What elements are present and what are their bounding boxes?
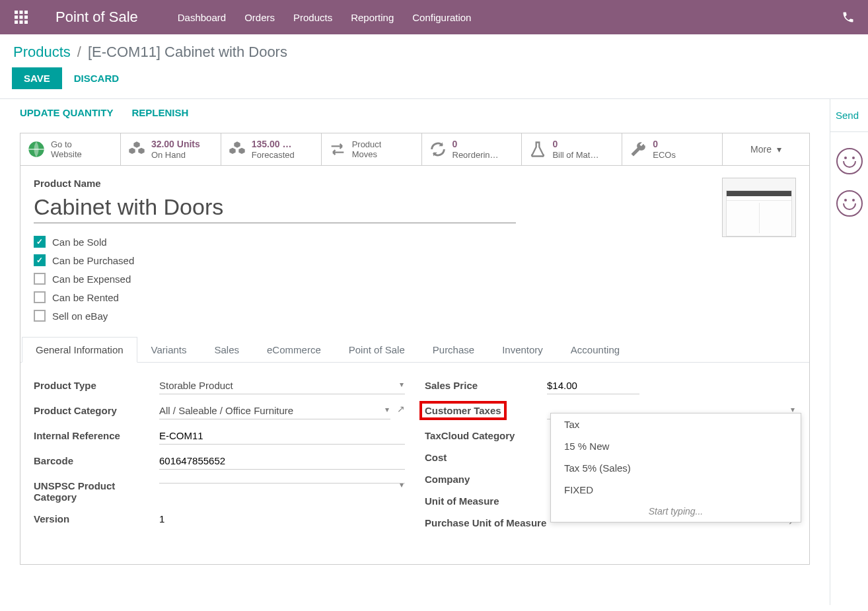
form-grid: Product Type Storable Product Product Ca… (20, 363, 809, 564)
tab-variants[interactable]: Variants (137, 337, 201, 363)
dropdown-option[interactable]: FIXED (551, 479, 801, 501)
checkbox-label: Can be Expensed (52, 273, 131, 285)
arrows-icon (328, 140, 347, 159)
select-product-category[interactable]: All / Saleable / Office Furniture (159, 404, 390, 419)
save-button[interactable]: SAVE (12, 67, 62, 89)
tabs: General Information Variants Sales eComm… (20, 337, 809, 363)
nav-orders[interactable]: Orders (244, 12, 275, 23)
tab-general-information[interactable]: General Information (22, 337, 137, 363)
nav-products[interactable]: Products (293, 12, 332, 23)
stat-reordering[interactable]: 0Reorderin… (422, 133, 523, 165)
stat-buttons: Go toWebsite 32.00 UnitsOn Hand 135.00 …… (20, 133, 809, 166)
stat-more[interactable]: More ▾ (723, 133, 809, 165)
checkbox-can-be-sold[interactable] (34, 236, 46, 248)
label-product-type: Product Type (34, 378, 159, 391)
boxes-icon (228, 140, 246, 159)
flask-icon (528, 140, 547, 159)
nav-menu: Dashboard Orders Products Reporting Conf… (178, 12, 472, 23)
svg-rect-3 (15, 16, 18, 19)
smile-icon[interactable] (836, 148, 863, 174)
svg-rect-1 (20, 11, 23, 14)
discard-button[interactable]: DISCARD (74, 73, 119, 84)
product-name-input[interactable] (34, 192, 516, 223)
dropdown-search-hint[interactable]: Start typing... (551, 501, 801, 522)
breadcrumb-parent[interactable]: Products (13, 44, 71, 61)
form-sheet: Go toWebsite 32.00 UnitsOn Hand 135.00 …… (20, 133, 810, 565)
stat-product-moves[interactable]: ProductMoves (322, 133, 422, 165)
stat-bom[interactable]: 0Bill of Mat… (522, 133, 622, 165)
checkbox-can-be-purchased[interactable] (34, 254, 46, 266)
content-scroll[interactable]: UPDATE QUANTITY REPLENISH Go toWebsite 3… (0, 99, 830, 605)
boxes-icon (127, 140, 146, 159)
label-taxcloud: TaxCloud Category (425, 429, 547, 441)
label-product-category: Product Category (34, 404, 159, 416)
svg-rect-8 (24, 20, 28, 24)
label-internal-reference: Internal Reference (34, 429, 159, 441)
action-row: SAVE DISCARD (0, 67, 868, 98)
chatter-sidebar: Send (830, 99, 868, 605)
phone-icon[interactable] (842, 11, 855, 24)
refresh-icon (429, 140, 447, 159)
checkbox-list: Can be Sold Can be Purchased Can be Expe… (20, 230, 809, 337)
label-company: Company (425, 472, 547, 485)
input-barcode[interactable] (159, 454, 405, 470)
tab-sales[interactable]: Sales (201, 337, 254, 363)
checkbox-sell-on-ebay[interactable] (34, 310, 46, 322)
smile-icon[interactable] (836, 190, 863, 217)
replenish-button[interactable]: REPLENISH (131, 107, 188, 118)
tab-ecommerce[interactable]: eCommerce (253, 337, 335, 363)
stat-website[interactable]: Go toWebsite (20, 133, 121, 165)
stat-on-hand[interactable]: 32.00 UnitsOn Hand (121, 133, 221, 165)
label-version: Version (34, 512, 159, 524)
label-unspsc: UNSPSC Product Category (34, 479, 159, 503)
tab-point-of-sale[interactable]: Point of Sale (335, 337, 419, 363)
svg-rect-2 (24, 11, 28, 14)
product-image[interactable] (722, 178, 796, 237)
breadcrumb-separator: / (77, 44, 81, 61)
label-barcode: Barcode (34, 454, 159, 466)
wrench-icon (629, 140, 647, 159)
select-unspsc[interactable] (159, 479, 405, 484)
tab-inventory[interactable]: Inventory (488, 337, 557, 363)
checkbox-label: Sell on eBay (52, 310, 108, 322)
checkbox-can-be-rented[interactable] (34, 291, 46, 303)
chevron-down-icon: ▾ (777, 144, 781, 155)
apps-icon[interactable] (13, 9, 29, 25)
right-column: Sales Price Customer Taxes ▾ TaxCloud Ca… (425, 378, 796, 538)
breadcrumb-current: [E-COM11] Cabinet with Doors (88, 44, 287, 61)
input-sales-price[interactable] (547, 378, 639, 394)
send-message-button[interactable]: Send (830, 106, 868, 125)
dropdown-option[interactable]: Tax (551, 413, 801, 435)
checkbox-can-be-expensed[interactable] (34, 273, 46, 285)
left-column: Product Type Storable Product Product Ca… (34, 378, 405, 538)
svg-rect-4 (20, 16, 23, 19)
external-link-icon[interactable]: ↗ (397, 404, 405, 414)
nav-dashboard[interactable]: Dashboard (178, 12, 226, 23)
label-customer-taxes: Customer Taxes (425, 404, 547, 416)
label-purchase-uom: Purchase Unit of Measure (425, 516, 547, 528)
select-product-type[interactable]: Storable Product (159, 378, 405, 394)
dropdown-option[interactable]: Tax 5% (Sales) (551, 457, 801, 479)
globe-icon (27, 140, 46, 159)
nav-configuration[interactable]: Configuration (412, 12, 471, 23)
svg-rect-6 (15, 20, 18, 24)
tab-purchase[interactable]: Purchase (419, 337, 488, 363)
app-title[interactable]: Point of Sale (55, 9, 138, 26)
stat-ecos[interactable]: 0ECOs (622, 133, 723, 165)
breadcrumb: Products / [E-COM11] Cabinet with Doors (0, 34, 868, 67)
label-sales-price: Sales Price (425, 378, 547, 391)
update-quantity-button[interactable]: UPDATE QUANTITY (20, 107, 113, 118)
checkbox-label: Can be Rented (52, 292, 119, 303)
product-name-label: Product Name (34, 178, 796, 189)
nav-reporting[interactable]: Reporting (351, 12, 394, 23)
checkbox-label: Can be Sold (52, 236, 107, 248)
stat-forecasted[interactable]: 135.00 …Forecasted (221, 133, 322, 165)
dropdown-option[interactable]: 15 % New (551, 435, 801, 457)
svg-rect-7 (20, 20, 23, 24)
label-uom: Unit of Measure (425, 494, 547, 507)
tab-accounting[interactable]: Accounting (557, 337, 633, 363)
checkbox-label: Can be Purchased (52, 255, 134, 266)
input-internal-reference[interactable] (159, 429, 405, 445)
label-cost: Cost (425, 450, 547, 463)
input-version[interactable] (159, 512, 405, 527)
